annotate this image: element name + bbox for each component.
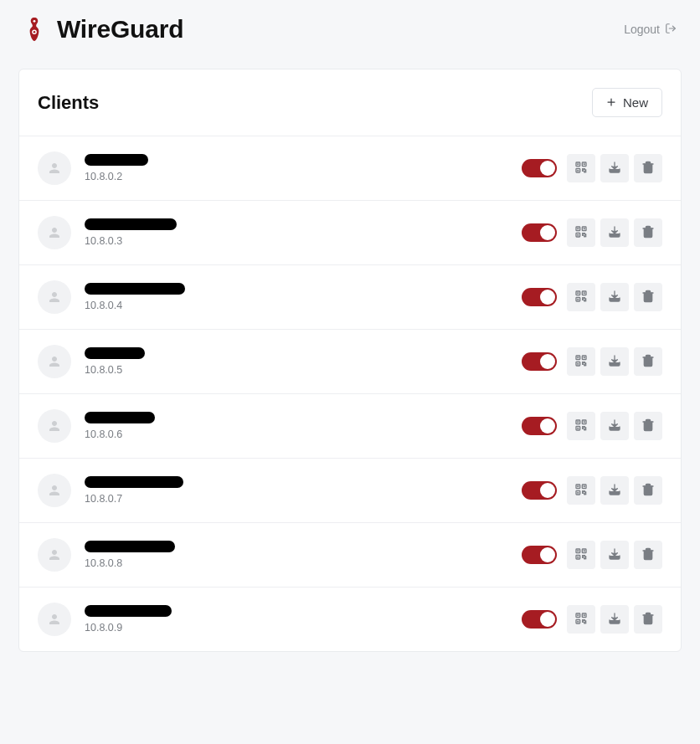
enable-toggle[interactable] [522, 352, 557, 371]
qr-code-icon [574, 290, 588, 305]
delete-button[interactable] [634, 541, 662, 569]
svg-rect-47 [585, 298, 586, 299]
avatar [38, 151, 71, 185]
svg-rect-114 [578, 614, 579, 615]
qr-code-button[interactable] [567, 347, 595, 376]
new-button-label: New [623, 95, 648, 110]
client-name-redacted [85, 154, 148, 166]
enable-toggle[interactable] [522, 159, 557, 177]
svg-rect-9 [578, 163, 579, 164]
enable-toggle[interactable] [522, 417, 557, 435]
qr-code-icon [574, 161, 588, 177]
client-actions [522, 605, 662, 634]
svg-point-0 [33, 20, 36, 23]
header-left: WireGuard [23, 15, 183, 44]
clients-title: Clients [38, 92, 99, 114]
toggle-knob [540, 225, 555, 240]
toggle-knob [540, 161, 555, 176]
qr-code-button[interactable] [567, 541, 595, 569]
logout-button[interactable]: Logout [624, 23, 677, 37]
svg-rect-100 [584, 550, 584, 551]
download-button[interactable] [600, 283, 629, 311]
client-name-redacted [85, 541, 175, 552]
qr-code-button[interactable] [567, 218, 595, 247]
toggle-knob [540, 354, 555, 369]
download-button[interactable] [600, 347, 629, 376]
download-button[interactable] [600, 218, 629, 247]
client-name-redacted [85, 412, 155, 423]
svg-rect-16 [584, 171, 584, 172]
avatar [38, 280, 71, 314]
delete-button[interactable] [634, 283, 662, 311]
client-info: 10.8.0.7 [85, 476, 508, 505]
svg-rect-86 [578, 492, 579, 493]
svg-point-2 [33, 31, 36, 33]
download-button[interactable] [600, 541, 629, 569]
qr-code-icon [574, 483, 588, 499]
qr-code-button[interactable] [567, 283, 595, 311]
download-button[interactable] [600, 412, 629, 440]
download-icon [608, 354, 621, 370]
qr-code-button[interactable] [567, 412, 595, 440]
client-ip: 10.8.0.2 [85, 171, 508, 182]
svg-rect-72 [582, 426, 583, 427]
logout-icon [665, 23, 677, 37]
download-icon [608, 483, 621, 499]
delete-button[interactable] [634, 412, 662, 440]
delete-button[interactable] [634, 218, 662, 247]
avatar [38, 409, 71, 443]
enable-toggle[interactable] [522, 481, 557, 500]
client-row: 10.8.0.5 [19, 330, 681, 394]
client-info: 10.8.0.6 [85, 412, 508, 440]
delete-button[interactable] [634, 476, 662, 505]
client-row: 10.8.0.7 [19, 459, 681, 523]
svg-rect-12 [582, 168, 583, 169]
svg-rect-17 [585, 169, 586, 170]
download-button[interactable] [600, 154, 629, 182]
svg-rect-41 [578, 299, 579, 300]
delete-button[interactable] [634, 605, 662, 634]
svg-rect-117 [582, 619, 583, 620]
svg-rect-26 [578, 234, 579, 235]
logout-label: Logout [624, 23, 660, 36]
qr-code-button[interactable] [567, 605, 595, 634]
enable-toggle[interactable] [522, 223, 557, 242]
client-ip: 10.8.0.3 [85, 235, 508, 247]
svg-rect-101 [578, 557, 579, 557]
new-client-button[interactable]: New [592, 88, 662, 117]
client-row: 10.8.0.2 [19, 136, 681, 201]
client-row: 10.8.0.4 [19, 265, 681, 330]
qr-code-button[interactable] [567, 154, 595, 182]
delete-button[interactable] [634, 154, 662, 182]
download-button[interactable] [600, 605, 629, 634]
svg-rect-61 [584, 364, 584, 365]
client-ip: 10.8.0.6 [85, 428, 508, 440]
enable-toggle[interactable] [522, 546, 557, 564]
svg-rect-76 [584, 428, 584, 429]
client-name-redacted [85, 347, 145, 359]
qr-code-button[interactable] [567, 476, 595, 505]
svg-rect-40 [584, 292, 584, 293]
download-button[interactable] [600, 476, 629, 505]
svg-rect-85 [584, 485, 584, 486]
trash-icon [641, 612, 655, 628]
svg-rect-57 [582, 362, 583, 362]
download-icon [608, 547, 621, 563]
trash-icon [641, 225, 655, 241]
qr-code-icon [574, 354, 588, 370]
svg-rect-77 [585, 427, 586, 428]
toggle-knob [540, 290, 555, 305]
svg-rect-87 [582, 490, 583, 491]
download-icon [608, 290, 621, 305]
client-ip: 10.8.0.9 [85, 622, 508, 634]
enable-toggle[interactable] [522, 288, 557, 306]
client-row: 10.8.0.3 [19, 201, 681, 265]
svg-rect-39 [578, 292, 579, 293]
trash-icon [641, 354, 655, 370]
client-name-redacted [85, 476, 183, 488]
trash-icon [641, 418, 655, 434]
svg-rect-107 [585, 556, 586, 557]
delete-button[interactable] [634, 347, 662, 376]
svg-rect-89 [582, 492, 583, 493]
enable-toggle[interactable] [522, 610, 557, 629]
